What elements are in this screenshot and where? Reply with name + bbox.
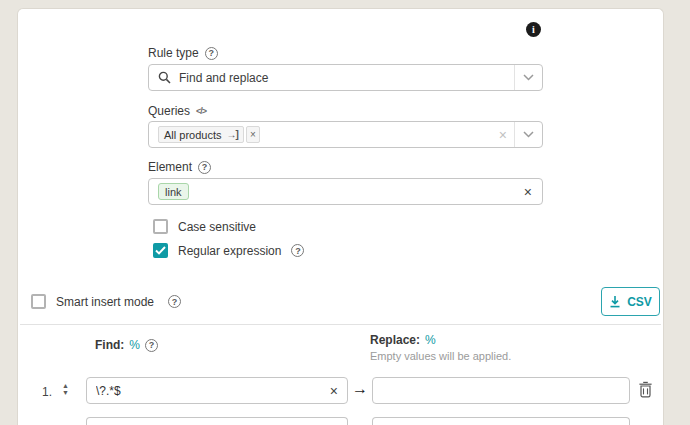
help-icon[interactable]: ? [291,244,304,257]
query-chip: All products →] × [158,126,260,143]
query-chip-label: All products [164,129,221,141]
help-icon[interactable]: ? [205,47,218,60]
row-index: 1. [42,385,52,399]
info-icon[interactable]: i [526,22,541,37]
rule-type-select[interactable]: Find and replace [148,64,543,91]
clear-element-icon[interactable]: × [524,185,532,199]
rule-type-value: Find and replace [179,71,268,85]
smart-insert-label: Smart insert mode [56,295,154,309]
rule-type-label: Rule type [148,46,199,60]
drag-handle-icon[interactable]: ▲ ▼ [62,383,69,396]
clear-queries-icon[interactable]: × [499,128,507,142]
sort-down-icon: ▼ [62,390,69,396]
element-label: Element [148,160,192,174]
csv-button-label: CSV [627,295,652,309]
search-icon [158,71,171,84]
page: i Rule type ? Find and replace Queries <… [0,0,690,425]
chevron-down-icon[interactable] [515,74,542,81]
replace-label: Replace: [370,333,420,347]
find-label: Find: [95,338,124,352]
rule-type-label-row: Rule type ? [148,46,218,60]
queries-label: Queries [148,104,190,118]
element-label-row: Element ? [148,160,211,174]
replace-hint: Empty values will be applied. [370,350,511,362]
help-icon[interactable]: ? [198,161,211,174]
regular-expression-label: Regular expression [178,244,281,258]
chevron-down-icon[interactable] [515,131,542,138]
find-symbol: % [129,338,140,352]
queries-select[interactable]: All products →] × × [148,121,543,148]
regular-expression-checkbox[interactable] [153,243,168,258]
insert-icon: →] [226,129,237,140]
find-input[interactable] [96,384,330,398]
find-inputbox: × [86,377,348,404]
clear-find-icon[interactable]: × [330,384,338,398]
smart-insert-row: Smart insert mode ? [31,294,181,309]
csv-download-button[interactable]: CSV [601,287,660,316]
trash-icon[interactable] [638,381,653,401]
regular-expression-row: Regular expression ? [153,243,304,258]
element-input[interactable]: link × [148,178,543,205]
queries-label-row: Queries </> [148,104,206,118]
case-sensitive-row: Case sensitive [153,219,256,234]
case-sensitive-checkbox[interactable] [153,219,168,234]
download-icon [609,295,621,308]
replace-symbol: % [425,333,436,347]
code-icon: </> [196,106,206,116]
find-header: Find: % ? [95,338,158,352]
element-chip: link [158,183,189,200]
case-sensitive-label: Case sensitive [178,220,256,234]
query-chip-body: All products →] [158,126,244,143]
arrow-right-icon: → [352,380,368,398]
replace-inputbox [372,377,630,404]
help-icon[interactable]: ? [145,339,158,352]
section-divider [20,324,661,325]
rule-type-select-controls [507,65,542,90]
replace-inputbox-next[interactable] [372,417,630,425]
queries-select-controls: × [499,122,542,147]
element-input-controls: × [524,179,532,204]
replace-header: Replace: % Empty values will be applied. [370,333,511,362]
smart-insert-checkbox[interactable] [31,294,46,309]
help-icon[interactable]: ? [168,295,181,308]
replace-input[interactable] [382,384,620,398]
chip-remove-icon[interactable]: × [246,126,260,143]
find-inputbox-next[interactable] [86,417,348,425]
